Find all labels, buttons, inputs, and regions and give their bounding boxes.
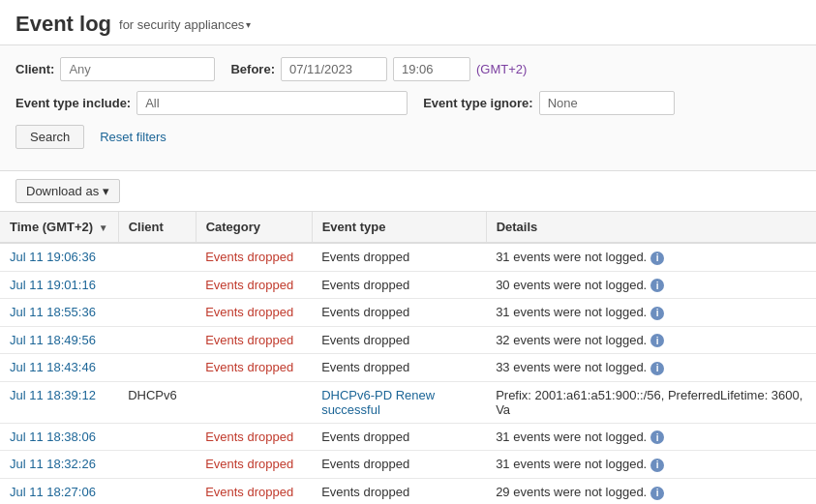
table-header-row: Time (GMT+2) ▼ Client Category Event typ… [0,212,816,243]
download-as-label: Download as [26,184,99,198]
cell-time[interactable]: Jul 11 19:01:16 [0,271,118,299]
info-icon[interactable]: i [650,279,664,292]
filter-section: Client: Before: (GMT+2) Event type inclu… [0,45,816,171]
before-time-input[interactable] [393,57,470,81]
cell-details: 31 events were not logged.i [486,423,816,451]
filter-actions-row: Search Reset filters [15,125,801,149]
table-row: Jul 11 18:32:26Events droppedEvents drop… [0,451,816,479]
cell-details: 29 events were not logged.i [486,478,816,504]
before-filter-group: Before: (GMT+2) [230,57,527,81]
info-icon[interactable]: i [650,459,664,472]
cell-category[interactable]: Events dropped [196,478,312,504]
cell-client [118,243,196,271]
cell-client [118,326,196,354]
cell-time[interactable]: Jul 11 18:27:06 [0,478,118,504]
cell-client [118,354,196,382]
reset-filters-link[interactable]: Reset filters [100,130,166,144]
col-time-label: Time (GMT+2) [10,220,93,234]
info-icon[interactable]: i [650,430,664,444]
cell-event-type[interactable]: DHCPv6-PD Renew successful [312,381,486,423]
cell-client [118,423,196,451]
cell-category [196,381,312,423]
cell-event-type: Events dropped [312,423,486,451]
cell-details: Prefix: 2001:a61:a51:900::/56, Preferred… [486,381,816,423]
cell-client [118,478,196,504]
col-header-client: Client [118,212,196,243]
cell-details: 31 events were not logged.i [486,451,816,479]
event-type-ignore-label: Event type ignore: [423,96,532,110]
before-label: Before: [230,62,275,76]
client-input[interactable] [60,57,215,81]
subtitle-text: for security appliances [119,17,244,32]
cell-time[interactable]: Jul 11 18:39:12 [0,381,118,423]
cell-category[interactable]: Events dropped [196,243,312,271]
client-filter-group: Client: [15,57,215,81]
table-row: Jul 11 19:06:36Events droppedEvents drop… [0,243,816,271]
page-header: Event log for security appliances ▾ [0,0,816,45]
table-row: Jul 11 18:49:56Events droppedEvents drop… [0,326,816,354]
cell-time[interactable]: Jul 11 18:55:36 [0,299,118,327]
cell-category[interactable]: Events dropped [196,299,312,327]
cell-category[interactable]: Events dropped [196,423,312,451]
table-row: Jul 11 19:01:16Events droppedEvents drop… [0,271,816,299]
cell-details: 33 events were not logged.i [486,354,816,382]
table-header: Time (GMT+2) ▼ Client Category Event typ… [0,212,816,243]
cell-client: DHCPv6 [118,381,196,423]
info-icon[interactable]: i [650,252,664,265]
cell-details: 32 events were not logged.i [486,326,816,354]
table-row: Jul 11 18:38:06Events droppedEvents drop… [0,423,816,451]
cell-category[interactable]: Events dropped [196,354,312,382]
info-icon[interactable]: i [650,307,664,320]
cell-event-type: Events dropped [312,354,486,382]
toolbar: Download as ▾ [0,171,816,212]
cell-client [118,451,196,479]
download-dropdown-arrow: ▾ [103,184,109,198]
filter-row-2: Event type include: Event type ignore: [15,91,801,115]
header-subtitle[interactable]: for security appliances ▾ [119,17,251,32]
before-date-input[interactable] [281,57,387,81]
cell-event-type: Events dropped [312,451,486,479]
cell-event-type: Events dropped [312,299,486,327]
cell-client [118,299,196,327]
event-log-table: Time (GMT+2) ▼ Client Category Event typ… [0,212,816,504]
cell-time[interactable]: Jul 11 18:38:06 [0,423,118,451]
cell-category[interactable]: Events dropped [196,271,312,299]
info-icon[interactable]: i [650,362,664,375]
event-type-include-label: Event type include: [15,96,131,110]
cell-event-type: Events dropped [312,271,486,299]
table-row: Jul 11 18:39:12DHCPv6DHCPv6-PD Renew suc… [0,381,816,423]
cell-time[interactable]: Jul 11 18:43:46 [0,354,118,382]
col-header-details: Details [486,212,816,243]
table-row: Jul 11 18:43:46Events droppedEvents drop… [0,354,816,382]
col-header-category: Category [196,212,312,243]
page-title: Event log [15,12,111,37]
event-type-include-input[interactable] [136,91,408,115]
sort-arrow-time: ▼ [99,222,108,233]
info-icon[interactable]: i [650,334,664,347]
cell-category[interactable]: Events dropped [196,451,312,479]
cell-details: 30 events were not logged.i [486,271,816,299]
cell-details: 31 events were not logged.i [486,243,816,271]
cell-event-type: Events dropped [312,243,486,271]
subtitle-dropdown-arrow[interactable]: ▾ [246,19,251,30]
cell-event-type: Events dropped [312,326,486,354]
search-button[interactable]: Search [15,125,84,149]
download-as-button[interactable]: Download as ▾ [15,179,120,203]
col-header-time[interactable]: Time (GMT+2) ▼ [0,212,118,243]
cell-time[interactable]: Jul 11 18:32:26 [0,451,118,479]
info-icon[interactable]: i [650,487,664,500]
client-label: Client: [15,62,54,76]
cell-category[interactable]: Events dropped [196,326,312,354]
filter-row-1: Client: Before: (GMT+2) [15,57,801,81]
table-row: Jul 11 18:27:06Events droppedEvents drop… [0,478,816,504]
table-row: Jul 11 18:55:36Events droppedEvents drop… [0,299,816,327]
event-type-ignore-input[interactable] [539,91,675,115]
event-log-table-container: Time (GMT+2) ▼ Client Category Event typ… [0,212,816,504]
cell-client [118,271,196,299]
cell-time[interactable]: Jul 11 19:06:36 [0,243,118,271]
cell-details: 31 events were not logged.i [486,299,816,327]
timezone-label: (GMT+2) [476,62,527,76]
event-type-ignore-group: Event type ignore: [423,91,674,115]
cell-time[interactable]: Jul 11 18:49:56 [0,326,118,354]
cell-event-type: Events dropped [312,478,486,504]
